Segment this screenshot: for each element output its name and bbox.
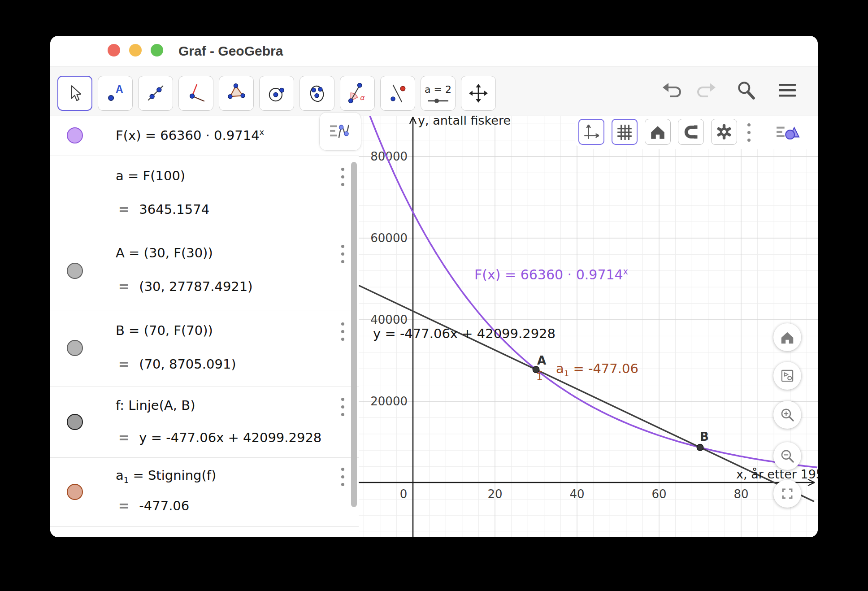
x-tick-label: 0 <box>400 487 408 501</box>
snap-to-grid-button[interactable] <box>678 119 704 145</box>
expression-slope[interactable]: a1 = Stigning(f) <box>116 468 216 485</box>
algebra-row-line-f[interactable]: f: Linje(A, B) =y = -477.06x + 42099.292… <box>50 387 359 458</box>
standard-view-button[interactable] <box>645 119 671 145</box>
toggle-axes-button[interactable] <box>578 119 604 145</box>
slope-value-label[interactable]: a1 = -477.06 <box>556 361 638 378</box>
fullscreen-icon <box>779 486 795 502</box>
algebra-row-fx[interactable]: F(x) = 66360 · 0.9714x <box>50 116 359 156</box>
zoom-out-button[interactable] <box>773 442 801 470</box>
svg-text:α: α <box>360 93 365 102</box>
value-point-b: =(70, 8705.091) <box>118 356 236 372</box>
algebra-row-a[interactable]: a = F(100) =3645.1574 <box>50 156 359 232</box>
zoom-in-icon <box>779 406 796 423</box>
menu-button[interactable] <box>775 78 800 102</box>
tool-slider[interactable]: a = 2 <box>421 76 456 111</box>
graphics-tools-button[interactable] <box>773 362 801 390</box>
tool-conic[interactable] <box>299 76 334 111</box>
y-tick-label: 20000 <box>370 395 408 408</box>
hamburger-icon <box>777 81 798 99</box>
select-objects-icon <box>779 367 796 384</box>
row-menu-button[interactable] <box>338 245 347 263</box>
settings-button[interactable] <box>711 119 737 145</box>
visibility-marble-point-a[interactable] <box>67 263 83 279</box>
tool-perpendicular-line[interactable] <box>178 76 213 111</box>
algebra-style-button[interactable] <box>319 112 361 151</box>
expression-a[interactable]: a = F(100) <box>116 168 185 183</box>
perpendicular-line-icon <box>186 83 206 104</box>
row-menu-button[interactable] <box>338 168 347 186</box>
graphics-menu-button[interactable] <box>744 123 753 142</box>
visibility-marble-point-b[interactable] <box>67 340 83 356</box>
algebra-row-slope[interactable]: a1 = Stigning(f) =-477.06 <box>50 458 359 527</box>
home-icon <box>649 123 667 141</box>
titlebar: Graf - GeoGebra <box>50 36 818 67</box>
toolbar: A <box>50 67 818 116</box>
grid-icon <box>616 123 634 141</box>
undo-icon <box>661 81 684 100</box>
slope-run-label: 1 <box>536 371 543 382</box>
tool-line[interactable] <box>138 76 173 111</box>
pan-icon <box>468 83 489 104</box>
exponential-curve <box>368 116 817 467</box>
content: F(x) = 66360 · 0.9714x a = F(100) =3645.… <box>50 116 818 537</box>
tool-circle[interactable] <box>259 76 294 111</box>
window-title: Graf - GeoGebra <box>178 43 283 59</box>
equals-icon: = <box>118 497 129 514</box>
row-menu-button[interactable] <box>338 468 347 486</box>
visibility-marble-fx[interactable] <box>67 127 83 143</box>
magnet-icon <box>682 123 700 141</box>
axes-icon <box>582 123 600 141</box>
conic-tool-icon <box>307 83 327 104</box>
y-tick-label: 40000 <box>370 313 408 326</box>
close-button[interactable] <box>108 44 120 56</box>
expression-point-a[interactable]: A = (30, F(30)) <box>116 245 213 261</box>
redo-button[interactable] <box>693 78 718 102</box>
zoom-out-icon <box>779 448 796 465</box>
expression-fx[interactable]: F(x) = 66360 · 0.9714x <box>116 127 264 143</box>
equals-icon: = <box>118 356 129 373</box>
x-tick-label: 60 <box>651 487 666 501</box>
fullscreen-button[interactable] <box>773 480 801 508</box>
visibility-marble-line-f[interactable] <box>67 414 83 430</box>
point-b-label[interactable]: B <box>700 430 709 443</box>
minimize-button[interactable] <box>129 44 142 56</box>
tool-reflection[interactable] <box>380 76 415 111</box>
graphics-stylebar-button[interactable] <box>776 121 801 144</box>
search-button[interactable] <box>733 78 759 102</box>
expression-point-b[interactable]: B = (70, F(70)) <box>116 323 213 338</box>
home-view-button[interactable] <box>773 323 801 351</box>
x-tick-label: 20 <box>487 487 502 501</box>
reflection-tool-icon <box>387 83 408 104</box>
tool-pan-view[interactable] <box>461 76 496 111</box>
undo-button[interactable] <box>660 78 685 102</box>
expression-line-f[interactable]: f: Linje(A, B) <box>116 398 195 413</box>
algebra-row-point-a[interactable]: A = (30, F(30)) =(30, 27787.4921) <box>50 232 359 310</box>
tool-polygon[interactable] <box>219 76 254 111</box>
tool-move-cursor[interactable] <box>57 76 92 111</box>
visibility-marble-slope[interactable] <box>67 484 83 500</box>
svg-text:A: A <box>116 83 123 95</box>
maximize-button[interactable] <box>151 44 163 56</box>
algebra-scrollbar[interactable] <box>351 162 357 507</box>
row-menu-button[interactable] <box>338 322 347 341</box>
line-equation-label[interactable]: y = -477.06x + 42099.2928 <box>373 326 556 341</box>
algebra-row-point-b[interactable]: B = (70, F(70)) =(70, 8705.091) <box>50 310 359 387</box>
line-tool-icon <box>145 83 166 104</box>
toggle-grid-button[interactable] <box>612 119 638 145</box>
zoom-in-button[interactable] <box>773 401 801 429</box>
y-axis-title: y, antall fiskere <box>418 113 511 127</box>
search-icon <box>736 80 756 100</box>
point-tool-icon: A <box>105 83 126 104</box>
home-icon <box>779 329 795 345</box>
y-tick-label: 60000 <box>370 231 408 245</box>
equals-icon: = <box>118 278 129 295</box>
tool-angle[interactable]: α <box>340 76 375 111</box>
point-b <box>697 444 703 451</box>
value-slope: =-477.06 <box>118 498 189 513</box>
point-a-label[interactable]: A <box>537 354 546 367</box>
x-tick-label: 80 <box>733 487 748 501</box>
algebra-view: F(x) = 66360 · 0.9714x a = F(100) =3645.… <box>50 116 359 537</box>
tool-point[interactable]: A <box>98 76 133 111</box>
curve-equation-label[interactable]: F(x) = 66360 · 0.9714x <box>474 267 628 282</box>
row-menu-button[interactable] <box>338 398 347 416</box>
